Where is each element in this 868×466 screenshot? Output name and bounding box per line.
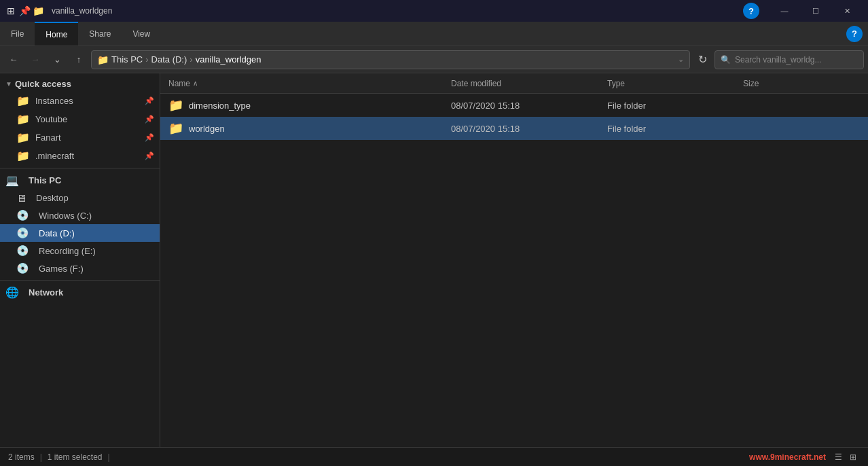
help-button[interactable]: ?	[743, 3, 759, 19]
sidebar-item-label-instances: Instances	[35, 96, 73, 106]
cell-name-worldgen: 📁 worldgen	[160, 121, 446, 136]
folder-icon-instances: 📁	[16, 94, 30, 107]
sidebar-item-instances[interactable]: 📁 Instances 📌	[0, 92, 160, 110]
sidebar-item-minecraft[interactable]: 📁 .minecraft 📌	[0, 147, 160, 165]
col-name-label: Name	[168, 79, 190, 88]
quickaccess-label: Quick access	[15, 79, 71, 89]
desktop-icon: 🖥	[16, 192, 26, 204]
sidebar-header-network[interactable]: 🌐 Network	[0, 283, 160, 302]
sidebar-item-label-minecraft: .minecraft	[35, 151, 74, 161]
pin-icon-minecraft: 📌	[145, 151, 154, 160]
minimize-button[interactable]: —	[769, 0, 800, 22]
cell-name-dimension-type: 📁 dimension_type	[160, 98, 446, 113]
title-bar: ⊞ 📌 📁 vanilla_worldgen ? — ☐ ✕	[0, 0, 868, 22]
path-sep-2: ›	[189, 54, 192, 65]
cell-type-worldgen: File folder	[602, 124, 738, 134]
sidebar-item-recording-e[interactable]: 💿 Recording (E:)	[0, 242, 160, 259]
sidebar-item-windows-c[interactable]: 💿 Windows (C:)	[0, 207, 160, 224]
sidebar-section-thispc: 💻 This PC 🖥 Desktop 💿 Windows (C:) 💿 Dat…	[0, 171, 160, 277]
status-brand: www.9minecraft.net	[749, 452, 826, 462]
folder-icon-worldgen: 📁	[168, 121, 183, 136]
status-separator-2: |	[108, 452, 110, 462]
refresh-button[interactable]: ↻	[693, 50, 712, 69]
cell-date-dimension-type: 08/07/2020 15:18	[446, 101, 602, 111]
ribbon-help-area: ?	[846, 26, 868, 42]
sidebar-item-youtube[interactable]: 📁 Youtube 📌	[0, 110, 160, 128]
col-header-size[interactable]: Size	[738, 79, 868, 88]
title-bar-icons: ⊞ 📌 📁	[5, 5, 43, 16]
title-bar-title: vanilla_worldgen	[48, 6, 739, 16]
window-controls[interactable]: — ☐ ✕	[769, 0, 863, 22]
ribbon-help-button[interactable]: ?	[846, 26, 863, 42]
tab-home[interactable]: Home	[35, 22, 78, 46]
table-row[interactable]: 📁 worldgen 08/07/2020 15:18 File folder	[160, 117, 868, 140]
sidebar-section-network: 🌐 Network	[0, 283, 160, 302]
search-box[interactable]: 🔍 Search vanilla_worldg...	[715, 50, 864, 69]
view-tiles-icon[interactable]: ⊞	[846, 450, 860, 464]
sidebar-item-label-recording: Recording (E:)	[39, 246, 96, 256]
filename-worldgen: worldgen	[189, 124, 225, 134]
filename-dimension-type: dimension_type	[189, 101, 251, 111]
path-segment-data[interactable]: Data (D:)	[151, 54, 187, 65]
search-icon: 🔍	[721, 55, 731, 65]
col-header-name[interactable]: Name ∧	[160, 79, 446, 88]
folder-icon-fanart: 📁	[16, 131, 30, 144]
data-d-icon: 💿	[16, 227, 29, 239]
pin-icon: 📌	[19, 5, 30, 16]
maximize-button[interactable]: ☐	[800, 0, 831, 22]
cell-date-worldgen: 08/07/2020 15:18	[446, 124, 602, 134]
up-button[interactable]: ↑	[69, 50, 88, 69]
path-dropdown-icon[interactable]: ⌄	[678, 55, 684, 64]
address-path[interactable]: 📁 This PC › Data (D:) › vanilla_worldgen…	[91, 50, 690, 69]
sidebar-divider-2	[0, 280, 160, 281]
sidebar-item-games-f[interactable]: 💿 Games (F:)	[0, 259, 160, 277]
sort-indicator: ∧	[193, 79, 198, 87]
file-area: Name ∧ Date modified Type Size 📁 dimensi…	[160, 73, 868, 447]
path-sep-1: ›	[145, 54, 148, 65]
pin-icon-fanart: 📌	[145, 133, 154, 142]
sidebar-header-thispc[interactable]: 💻 This PC	[0, 171, 160, 190]
folder-icon-youtube: 📁	[16, 113, 30, 126]
path-folder-icon: 📁	[97, 54, 109, 65]
status-separator-1: |	[40, 452, 42, 462]
path-segment-current[interactable]: vanilla_worldgen	[196, 54, 261, 65]
main-layout: ▼ Quick access 📁 Instances 📌 📁 Youtube 📌…	[0, 73, 868, 447]
sidebar-item-data-d[interactable]: 💿 Data (D:)	[0, 224, 160, 242]
sidebar-header-quickaccess[interactable]: ▼ Quick access	[0, 76, 160, 92]
thispc-label: This PC	[29, 175, 61, 185]
col-date-label: Date modified	[451, 79, 501, 88]
pin-icon-instances: 📌	[145, 96, 154, 105]
close-button[interactable]: ✕	[831, 0, 863, 22]
sidebar-item-label-youtube: Youtube	[35, 114, 67, 124]
forward-button[interactable]: →	[26, 50, 45, 69]
tab-share[interactable]: Share	[78, 22, 122, 46]
sidebar-item-fanart[interactable]: 📁 Fanart 📌	[0, 128, 160, 147]
file-header: Name ∧ Date modified Type Size	[160, 73, 868, 94]
table-row[interactable]: 📁 dimension_type 08/07/2020 15:18 File f…	[160, 94, 868, 117]
view-details-icon[interactable]: ☰	[831, 450, 845, 464]
thispc-icon: 💻	[5, 174, 19, 187]
tab-view[interactable]: View	[122, 22, 161, 46]
tab-file[interactable]: File	[0, 22, 35, 46]
path-segment-thispc[interactable]: This PC	[111, 54, 143, 65]
sidebar-item-label-windows: Windows (C:)	[39, 211, 92, 221]
ribbon: File Home Share View ?	[0, 22, 868, 46]
status-item-count: 2 items	[8, 452, 35, 462]
status-view-icons: ☰ ⊞	[831, 450, 860, 464]
col-header-date[interactable]: Date modified	[446, 79, 602, 88]
recording-e-icon: 💿	[16, 245, 29, 257]
sidebar-item-desktop[interactable]: 🖥 Desktop	[0, 190, 160, 207]
windows-c-icon: 💿	[16, 209, 29, 221]
search-placeholder: Search vanilla_worldg...	[735, 55, 821, 65]
sidebar-item-label-games: Games (F:)	[39, 264, 84, 274]
status-selected: 1 item selected	[48, 452, 103, 462]
back-button[interactable]: ←	[4, 50, 23, 69]
pin-icon-youtube: 📌	[145, 115, 154, 124]
up-history-button[interactable]: ⌄	[48, 50, 67, 69]
sidebar-item-label-fanart: Fanart	[35, 132, 61, 143]
chevron-quickaccess: ▼	[5, 80, 12, 88]
sidebar-divider-1	[0, 168, 160, 168]
col-type-label: Type	[607, 79, 625, 88]
sidebar-item-label-desktop: Desktop	[36, 193, 69, 203]
col-header-type[interactable]: Type	[602, 79, 738, 88]
